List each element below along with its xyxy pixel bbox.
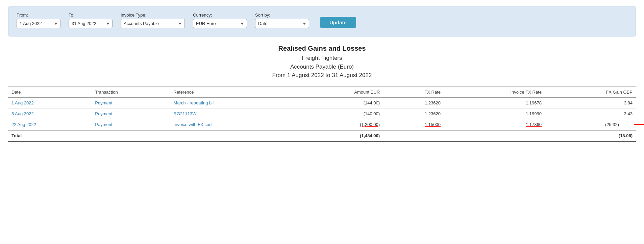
row2-date[interactable]: 5 Aug 2022: [8, 108, 92, 119]
row1-invoice-fx-rate: 1.19678: [444, 97, 545, 108]
row3-transaction[interactable]: Payment: [92, 119, 170, 130]
to-select[interactable]: 31 Aug 2022: [69, 19, 113, 28]
table-row: 1 Aug 2022 Payment March - repeating bil…: [8, 97, 636, 108]
row3-fx-rate: 1.15000: [383, 119, 444, 130]
report-subtitle-line3: From 1 August 2022 to 31 August 2022: [8, 71, 636, 80]
row3-amount-eur: (1,200.00): [297, 119, 383, 130]
table-row: 5 Aug 2022 Payment RG21113W (140.00) 1.2…: [8, 108, 636, 119]
row1-amount-eur: (144.00): [297, 97, 383, 108]
total-empty-1: [92, 130, 170, 141]
from-label: From:: [17, 13, 60, 18]
total-amount-eur: (1,484.00): [297, 130, 383, 141]
report-title: Realised Gains and Losses: [8, 45, 636, 52]
row1-fx-gain-gbp: 3.84: [545, 97, 636, 108]
to-group: To: 31 Aug 2022: [69, 13, 113, 28]
col-invoice-fx-rate: Invoice FX Rate: [444, 87, 545, 97]
row3-reference[interactable]: Invoice with FX cost: [170, 119, 297, 130]
row2-transaction[interactable]: Payment: [92, 108, 170, 119]
total-empty-3: [383, 130, 444, 141]
row3-fx-gain-gbp: (25.32): [545, 119, 636, 130]
col-amount-eur: Amount EUR: [297, 87, 383, 97]
total-empty-2: [170, 130, 297, 141]
row2-amount-eur: (140.00): [297, 108, 383, 119]
red-arrow-icon: [634, 119, 644, 129]
total-label: Total: [8, 130, 92, 141]
table-row: 22 Aug 2022 Payment Invoice with FX cost…: [8, 119, 636, 130]
row1-date[interactable]: 1 Aug 2022: [8, 97, 92, 108]
to-label: To:: [69, 13, 113, 18]
table-header-row: Date Transaction Reference Amount EUR FX…: [8, 87, 636, 97]
row1-transaction[interactable]: Payment: [92, 97, 170, 108]
filter-bar: From: 1 Aug 2022 To: 31 Aug 2022 Invoice…: [8, 6, 636, 36]
col-date: Date: [8, 87, 92, 97]
col-fx-gain-gbp: FX Gain GBP: [545, 87, 636, 97]
invoice-type-group: Invoice Type: Accounts Payable: [121, 13, 185, 28]
report-container: Realised Gains and Losses Freight Fighte…: [8, 45, 636, 142]
total-row: Total (1,484.00) (18.06): [8, 130, 636, 141]
currency-label: Currency:: [193, 13, 247, 18]
currency-select[interactable]: EUR Euro: [193, 19, 247, 28]
col-fx-rate: FX Rate: [383, 87, 444, 97]
invoice-type-label: Invoice Type:: [121, 13, 185, 18]
report-subtitle-line1: Freight Fighters: [8, 54, 636, 63]
row1-reference[interactable]: March - repeating bill: [170, 97, 297, 108]
report-subtitle-line2: Accounts Payable (Euro): [8, 63, 636, 71]
row2-reference[interactable]: RG21113W: [170, 108, 297, 119]
row2-fx-rate: 1.23620: [383, 108, 444, 119]
sort-group: Sort by: Date: [255, 13, 309, 28]
col-reference: Reference: [170, 87, 297, 97]
col-transaction: Transaction: [92, 87, 170, 97]
report-header: Realised Gains and Losses Freight Fighte…: [8, 45, 636, 80]
total-fx-gain-gbp: (18.06): [545, 130, 636, 141]
row2-invoice-fx-rate: 1.19990: [444, 108, 545, 119]
invoice-type-select[interactable]: Accounts Payable: [121, 19, 185, 28]
update-button[interactable]: Update: [320, 17, 356, 28]
currency-group: Currency: EUR Euro: [193, 13, 247, 28]
row2-fx-gain-gbp: 3.43: [545, 108, 636, 119]
report-table: Date Transaction Reference Amount EUR FX…: [8, 87, 636, 142]
sort-label: Sort by:: [255, 13, 309, 18]
from-group: From: 1 Aug 2022: [17, 13, 60, 28]
row1-fx-rate: 1.23620: [383, 97, 444, 108]
sort-select[interactable]: Date: [255, 19, 309, 28]
report-subtitle: Freight Fighters Accounts Payable (Euro)…: [8, 54, 636, 80]
row3-date[interactable]: 22 Aug 2022: [8, 119, 92, 130]
from-select[interactable]: 1 Aug 2022: [17, 19, 60, 28]
total-empty-4: [444, 130, 545, 141]
row3-invoice-fx-rate: 1.17860: [444, 119, 545, 130]
